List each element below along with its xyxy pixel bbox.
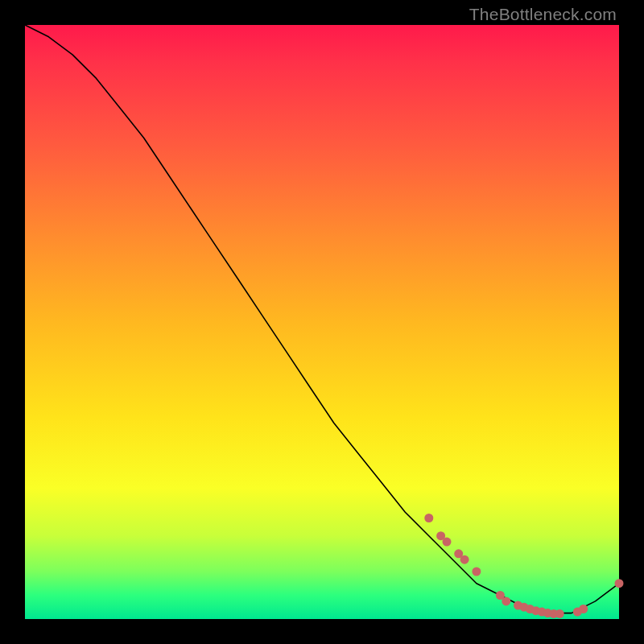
chart-frame: TheBottleneck.com [0,0,644,644]
data-dot [579,605,588,613]
data-dot [472,568,481,576]
data-dot [555,609,564,618]
watermark-text: TheBottleneck.com [469,5,617,24]
data-dot [615,579,624,588]
curve-layer [25,25,619,619]
plot-area [25,25,619,619]
data-dot [424,514,433,522]
bottleneck-curve [25,25,619,613]
data-dot [502,597,510,605]
data-dot [460,555,469,564]
data-dot [443,538,452,547]
